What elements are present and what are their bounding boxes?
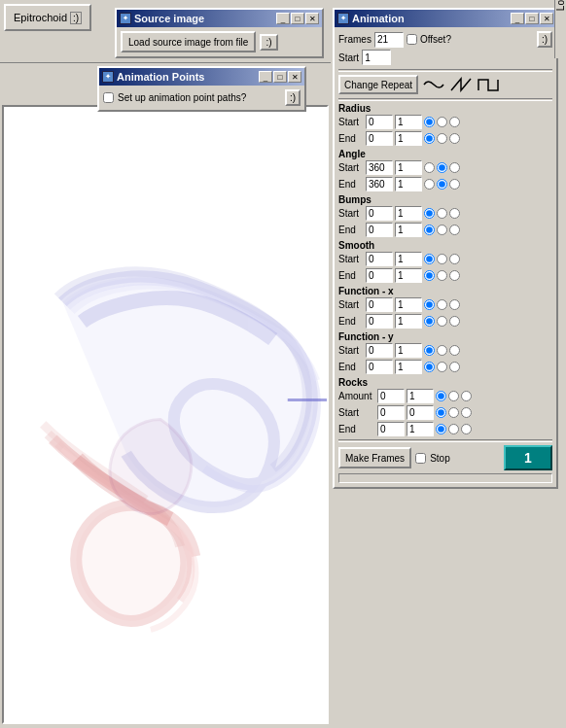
- fx-end-r3[interactable]: [449, 316, 460, 327]
- fy-start-r1[interactable]: [424, 345, 435, 356]
- radius-end-r1[interactable]: [424, 133, 435, 144]
- fy-end-r1[interactable]: [424, 362, 435, 372]
- smooth-end-r2[interactable]: [437, 270, 447, 281]
- fx-end-r2[interactable]: [437, 316, 447, 327]
- radius-end-v2[interactable]: [395, 131, 422, 146]
- rocks-end-r1[interactable]: [436, 424, 446, 434]
- source-helper-btn[interactable]: :): [260, 34, 277, 51]
- smooth-start-v2[interactable]: [395, 252, 422, 266]
- fy-end-v2[interactable]: [395, 360, 422, 374]
- rocks-end-r3[interactable]: [461, 424, 472, 434]
- fx-end-r1[interactable]: [424, 316, 435, 327]
- fx-start-v2[interactable]: [395, 297, 422, 312]
- anim-minimize[interactable]: _: [511, 13, 524, 24]
- radius-end-r2[interactable]: [437, 133, 447, 144]
- rocks-amount-r3[interactable]: [461, 391, 472, 401]
- fx-start-r2[interactable]: [437, 299, 447, 310]
- rocks-start-r1[interactable]: [436, 407, 446, 418]
- smooth-start-r3[interactable]: [449, 254, 460, 264]
- bumps-end-r3[interactable]: [449, 225, 460, 235]
- epitrochoid-button[interactable]: Epitrochoid :): [4, 4, 91, 31]
- angle-end-v2[interactable]: [395, 177, 422, 191]
- smooth-start-r1[interactable]: [424, 254, 435, 264]
- fx-end-v2[interactable]: [395, 314, 422, 329]
- anim-close[interactable]: ✕: [540, 13, 553, 24]
- source-minimize[interactable]: _: [276, 13, 290, 24]
- angle-end-v1[interactable]: [366, 177, 393, 191]
- frames-input[interactable]: [374, 32, 404, 48]
- radius-start-r3[interactable]: [449, 117, 460, 127]
- radius-start-v1[interactable]: [366, 115, 393, 129]
- fy-end-r2[interactable]: [437, 362, 447, 372]
- bumps-end-v1[interactable]: [366, 223, 393, 237]
- anim-points-helper[interactable]: :): [285, 89, 301, 106]
- bumps-end-r1[interactable]: [424, 225, 435, 235]
- teal-button[interactable]: 1: [504, 445, 552, 470]
- bumps-end-v2[interactable]: [395, 223, 422, 237]
- source-maximize[interactable]: □: [291, 13, 304, 24]
- angle-start-r1[interactable]: [424, 162, 435, 173]
- fy-start-r3[interactable]: [449, 345, 460, 356]
- smooth-start-v1[interactable]: [366, 252, 393, 266]
- fy-start-v2[interactable]: [395, 343, 422, 358]
- smooth-end-r3[interactable]: [449, 270, 460, 281]
- wave-sawtooth-icon[interactable]: [449, 77, 473, 92]
- smooth-end-v2[interactable]: [395, 268, 422, 283]
- angle-end-r1[interactable]: [424, 179, 435, 190]
- rocks-end-v1[interactable]: [377, 422, 405, 436]
- animation-points-checkbox[interactable]: [103, 92, 114, 103]
- rocks-start-r3[interactable]: [461, 407, 472, 418]
- anim-points-maximize[interactable]: □: [273, 71, 287, 83]
- source-close[interactable]: ✕: [305, 13, 319, 24]
- radius-start-r2[interactable]: [437, 117, 447, 127]
- rocks-amount-v1[interactable]: [377, 389, 405, 403]
- fy-end-r3[interactable]: [449, 362, 460, 372]
- radius-end-r3[interactable]: [449, 133, 460, 144]
- rocks-amount-r1[interactable]: [436, 391, 446, 401]
- make-frames-button[interactable]: Make Frames: [338, 447, 411, 468]
- load-source-button[interactable]: Load source image from file: [121, 31, 256, 52]
- smooth-start-r2[interactable]: [437, 254, 447, 264]
- smooth-end-r1[interactable]: [424, 270, 435, 281]
- angle-start-r2[interactable]: [437, 162, 447, 173]
- fx-end-v1[interactable]: [366, 314, 393, 329]
- rocks-amount-r2[interactable]: [448, 391, 459, 401]
- wave-sine-icon[interactable]: [422, 77, 445, 92]
- start-input[interactable]: [362, 50, 391, 65]
- rocks-start-v1[interactable]: [377, 405, 405, 420]
- rocks-end-r2[interactable]: [448, 424, 459, 434]
- fy-start-v1[interactable]: [366, 343, 393, 358]
- angle-start-v1[interactable]: [366, 160, 393, 175]
- change-repeat-button[interactable]: Change Repeat: [338, 75, 418, 94]
- anim-points-minimize[interactable]: _: [259, 71, 272, 83]
- bumps-start-r3[interactable]: [449, 208, 460, 219]
- bumps-end-r2[interactable]: [437, 225, 447, 235]
- fx-start-v1[interactable]: [366, 297, 393, 312]
- smooth-end-v1[interactable]: [366, 268, 393, 283]
- angle-start-r3[interactable]: [449, 162, 460, 173]
- angle-start-v2[interactable]: [395, 160, 422, 175]
- fx-start-r1[interactable]: [424, 299, 435, 310]
- stop-checkbox[interactable]: [415, 453, 426, 464]
- bumps-start-v2[interactable]: [395, 206, 422, 221]
- anim-points-close[interactable]: ✕: [288, 71, 301, 83]
- radius-start-v2[interactable]: [395, 115, 422, 129]
- rocks-amount-v2[interactable]: [407, 389, 434, 403]
- anim-maximize[interactable]: □: [525, 13, 539, 24]
- fx-start-r3[interactable]: [449, 299, 460, 310]
- wave-square-icon[interactable]: [477, 77, 500, 92]
- rocks-end-v2[interactable]: [407, 422, 434, 436]
- rocks-start-v2[interactable]: [407, 405, 434, 420]
- radius-start-r1[interactable]: [424, 117, 435, 127]
- angle-end-r3[interactable]: [449, 179, 460, 190]
- radius-end-v1[interactable]: [366, 131, 393, 146]
- fy-start-r2[interactable]: [437, 345, 447, 356]
- bumps-start-r2[interactable]: [437, 208, 447, 219]
- fy-end-v1[interactable]: [366, 360, 393, 374]
- offset-checkbox[interactable]: [407, 34, 417, 45]
- bumps-start-r1[interactable]: [424, 208, 435, 219]
- rocks-start-r2[interactable]: [448, 407, 459, 418]
- anim-helper-btn[interactable]: :): [537, 31, 552, 48]
- bumps-start-v1[interactable]: [366, 206, 393, 221]
- angle-end-r2[interactable]: [437, 179, 447, 190]
